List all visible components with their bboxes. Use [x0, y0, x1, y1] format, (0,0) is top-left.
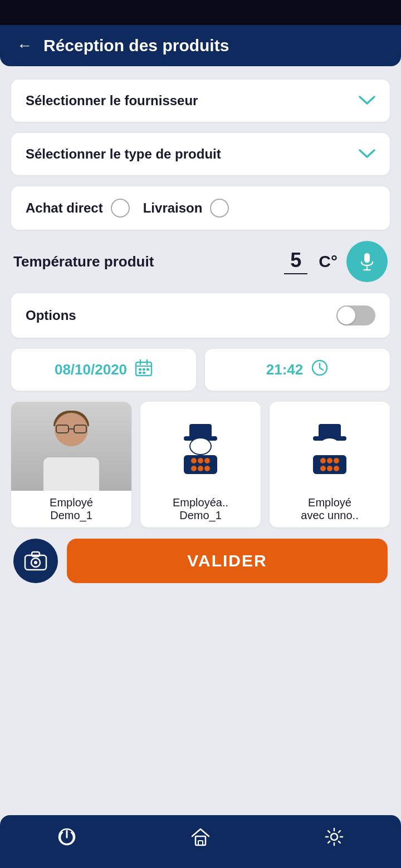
svg-point-47	[331, 834, 338, 840]
svg-rect-42	[32, 552, 40, 556]
svg-rect-7	[139, 368, 141, 371]
supplier-dropdown[interactable]: Sélectionner le fournisseur	[11, 80, 390, 122]
settings-nav-button[interactable]	[324, 826, 345, 852]
livraison-option[interactable]: Livraison	[143, 199, 229, 218]
employee-avatar-2	[140, 402, 261, 491]
header: ← Réception des produits	[0, 25, 401, 66]
svg-rect-11	[143, 372, 145, 374]
svg-point-37	[327, 466, 332, 471]
achat-direct-label: Achat direct	[26, 200, 103, 216]
bottom-actions: VALIDER	[11, 539, 390, 589]
time-value: 21:42	[266, 361, 304, 378]
svg-point-31	[320, 438, 340, 454]
product-type-dropdown-label: Sélectionner le type de produit	[26, 146, 221, 162]
livraison-radio[interactable]	[210, 199, 229, 218]
supplier-dropdown-label: Sélectionner le fournisseur	[26, 93, 198, 108]
svg-rect-10	[139, 372, 141, 374]
options-label: Options	[26, 308, 76, 323]
employee-card-1[interactable]: EmployéDemo_1	[11, 402, 131, 527]
svg-point-41	[34, 561, 37, 564]
svg-point-35	[334, 458, 339, 463]
footer-nav	[0, 815, 401, 868]
clock-icon	[311, 359, 329, 381]
svg-rect-16	[74, 425, 86, 433]
validate-button[interactable]: VALIDER	[67, 539, 388, 583]
toggle-thumb	[338, 307, 355, 324]
svg-point-23	[191, 458, 197, 463]
purchase-type-card: Achat direct Livraison	[11, 186, 390, 230]
svg-point-27	[198, 466, 203, 471]
svg-point-21	[190, 438, 211, 454]
mic-button[interactable]	[346, 241, 388, 282]
back-button[interactable]: ←	[17, 37, 32, 55]
time-picker[interactable]: 21:42	[205, 349, 390, 391]
product-type-dropdown[interactable]: Sélectionner le type de produit	[11, 133, 390, 175]
svg-point-36	[320, 466, 326, 471]
product-type-chevron-icon	[359, 145, 375, 163]
employee-avatar-3	[270, 402, 390, 491]
svg-rect-9	[146, 368, 149, 371]
svg-point-34	[327, 458, 332, 463]
livraison-label: Livraison	[143, 200, 203, 216]
date-value: 08/10/2020	[55, 361, 127, 378]
achat-direct-radio[interactable]	[111, 199, 130, 218]
svg-point-38	[334, 466, 339, 471]
datetime-row: 08/10/2020 21:42	[11, 349, 390, 391]
person-body	[43, 457, 99, 491]
options-toggle[interactable]	[336, 305, 375, 326]
page-title: Réception des produits	[43, 36, 229, 55]
svg-point-26	[191, 466, 197, 471]
employee-photo-1	[11, 402, 131, 491]
home-nav-button[interactable]	[190, 826, 211, 852]
achat-direct-option[interactable]: Achat direct	[26, 199, 130, 218]
employee-name-1: EmployéDemo_1	[45, 491, 97, 527]
svg-point-33	[320, 458, 326, 463]
temperature-row: Température produit 5 C°	[11, 241, 390, 282]
calendar-icon	[135, 359, 153, 381]
validate-label: VALIDER	[187, 551, 267, 570]
employee-card-2[interactable]: Employéa..Demo_1	[140, 402, 261, 527]
svg-rect-15	[56, 425, 69, 433]
svg-point-28	[204, 466, 210, 471]
svg-point-24	[198, 458, 203, 463]
main-content: Sélectionner le fournisseur Sélectionner…	[0, 66, 401, 815]
date-picker[interactable]: 08/10/2020	[11, 349, 196, 391]
power-nav-button[interactable]	[56, 826, 77, 852]
camera-button[interactable]	[13, 539, 58, 583]
svg-line-14	[320, 368, 323, 370]
employee-name-2: Employéa..Demo_1	[168, 491, 233, 527]
svg-rect-8	[143, 368, 145, 371]
options-card[interactable]: Options	[11, 293, 390, 338]
svg-rect-30	[319, 424, 341, 438]
status-bar	[0, 0, 401, 25]
svg-rect-19	[189, 424, 212, 438]
temperature-unit: C°	[319, 252, 338, 271]
svg-point-25	[204, 458, 210, 463]
svg-rect-0	[364, 253, 370, 263]
supplier-chevron-icon	[359, 92, 375, 110]
employees-row: EmployéDemo_1	[11, 402, 390, 527]
employee-name-3: Employéavec unno..	[296, 491, 363, 527]
temperature-value[interactable]: 5	[284, 249, 307, 274]
temperature-label: Température produit	[13, 253, 275, 270]
employee-card-3[interactable]: Employéavec unno..	[270, 402, 390, 527]
